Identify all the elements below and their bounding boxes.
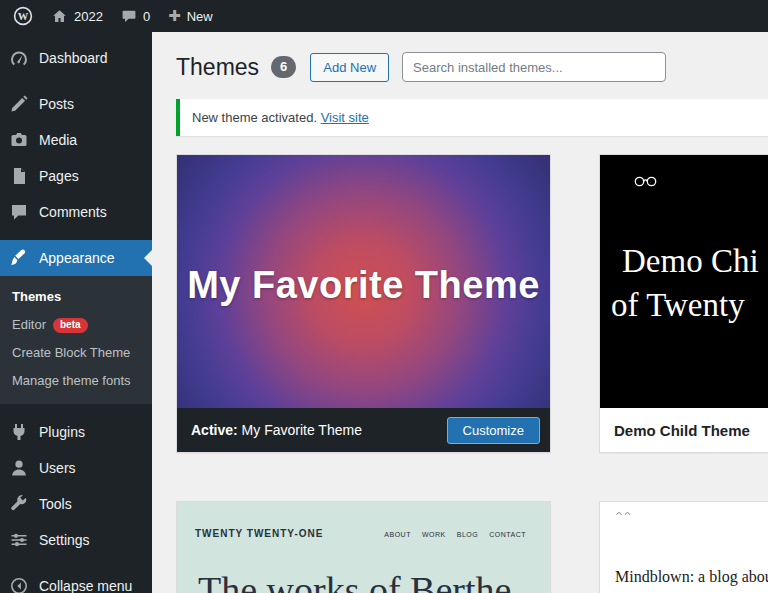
add-new-button[interactable]: Add New — [310, 53, 389, 82]
sidebar-label: Comments — [39, 203, 107, 221]
theme-screenshot-my-favorite-theme[interactable]: My Favorite Theme — [177, 155, 550, 408]
svg-text:W: W — [18, 11, 29, 22]
menu-separator — [0, 558, 152, 568]
sidebar-item-appearance[interactable]: Appearance — [0, 240, 152, 276]
sidebar-label: Media — [39, 131, 77, 149]
admin-sidebar: Dashboard Posts Media Pages Comments — [0, 32, 152, 593]
activation-notice: New theme activated. Visit site — [176, 99, 768, 136]
pages-icon — [9, 166, 29, 186]
wordpress-logo-icon[interactable]: W — [4, 0, 42, 32]
theme-preview-text: of Twenty — [611, 287, 745, 324]
sidebar-label: Users — [39, 459, 76, 477]
tools-icon — [9, 494, 29, 514]
preview-heading: Mindblown: a blog about ph — [615, 568, 768, 586]
admin-bar-comments[interactable]: 0 — [112, 0, 159, 32]
comments-bubble-icon — [121, 8, 137, 24]
admin-bar-new-label: New — [187, 9, 213, 24]
theme-card-demo-child-theme: Demo Chi of Twenty Demo Child Theme — [599, 154, 768, 453]
active-theme-name: Active: My Favorite Theme — [191, 422, 362, 438]
submenu-item-themes[interactable]: Themes — [0, 283, 152, 311]
sidebar-item-tools[interactable]: Tools — [0, 486, 152, 522]
appearance-submenu: Themes Editor beta Create Block Theme Ma… — [0, 276, 152, 404]
admin-bar: W 2022 0 ✚ New — [0, 0, 768, 32]
menu-separator — [0, 404, 152, 414]
theme-card-twenty-twenty-two: Mindblown: a blog about ph — [599, 501, 768, 593]
submenu-label: Themes — [12, 289, 61, 305]
admin-bar-comments-count: 0 — [143, 9, 150, 24]
theme-card-twenty-twenty-one: TWENTY TWENTY-ONE ABOUT WORK BLOG CONTAC… — [176, 501, 551, 593]
theme-preview-text: Demo Chi — [622, 243, 759, 280]
theme-preview-title: My Favorite Theme — [187, 256, 540, 307]
preview-nav-link: BLOG — [457, 531, 478, 538]
admin-bar-site-name: 2022 — [74, 9, 103, 24]
admin-bar-site-link[interactable]: 2022 — [42, 0, 112, 32]
active-label: Active: — [191, 422, 238, 438]
submenu-label: Manage theme fonts — [12, 373, 131, 389]
sidebar-item-dashboard[interactable]: Dashboard — [0, 40, 152, 76]
theme-name: My Favorite Theme — [242, 422, 362, 438]
preview-nav-link: WORK — [422, 531, 446, 538]
theme-grid: My Favorite Theme Active: My Favorite Th… — [176, 154, 768, 593]
posts-icon — [9, 94, 29, 114]
sidebar-item-plugins[interactable]: Plugins — [0, 414, 152, 450]
submenu-item-manage-theme-fonts[interactable]: Manage theme fonts — [0, 367, 152, 395]
beta-badge: beta — [53, 318, 88, 333]
sidebar-label: Posts — [39, 95, 74, 113]
submenu-item-editor[interactable]: Editor beta — [0, 311, 152, 339]
appearance-icon — [9, 248, 29, 268]
menu-separator — [0, 76, 152, 86]
submenu-label: Editor — [12, 317, 46, 333]
home-icon — [51, 8, 68, 25]
preview-heading: The works of Berthe — [198, 568, 511, 593]
sidebar-label: Settings — [39, 531, 90, 549]
customize-button[interactable]: Customize — [447, 417, 540, 444]
theme-name: Demo Child Theme — [614, 422, 750, 439]
sidebar-label: Tools — [39, 495, 72, 513]
visit-site-link[interactable]: Visit site — [321, 110, 369, 125]
preview-nav-link: ABOUT — [384, 531, 411, 538]
users-icon — [9, 458, 29, 478]
sidebar-item-settings[interactable]: Settings — [0, 522, 152, 558]
sidebar-label: Plugins — [39, 423, 85, 441]
sidebar-label: Pages — [39, 167, 79, 185]
preview-site-title: TWENTY TWENTY-ONE — [195, 528, 323, 539]
dashboard-icon — [9, 48, 29, 68]
theme-screenshot-demo-child-theme[interactable]: Demo Chi of Twenty — [600, 155, 768, 408]
page-title: Themes — [176, 53, 259, 82]
sidebar-label: Dashboard — [39, 49, 108, 67]
sidebar-item-collapse-menu[interactable]: Collapse menu — [0, 568, 152, 593]
main-content: Themes 6 Add New New theme activated. Vi… — [152, 32, 768, 593]
preview-site-header: TWENTY TWENTY-ONE ABOUT WORK BLOG CONTAC… — [177, 502, 550, 539]
glasses-icon — [634, 175, 657, 188]
preview-nav-link: CONTACT — [489, 531, 526, 538]
theme-screenshot-twenty-twenty-one[interactable]: TWENTY TWENTY-ONE ABOUT WORK BLOG CONTAC… — [177, 502, 550, 593]
active-theme-footer: Active: My Favorite Theme Customize — [177, 408, 550, 452]
theme-screenshot-twenty-twenty-two[interactable]: Mindblown: a blog about ph — [600, 502, 768, 593]
sidebar-label: Appearance — [39, 249, 115, 267]
submenu-item-create-block-theme[interactable]: Create Block Theme — [0, 339, 152, 367]
plugins-icon — [9, 422, 29, 442]
theme-card-my-favorite-theme: My Favorite Theme Active: My Favorite Th… — [176, 154, 551, 453]
submenu-label: Create Block Theme — [12, 345, 130, 361]
plus-icon: ✚ — [168, 8, 181, 23]
page-header: Themes 6 Add New — [176, 52, 768, 82]
sidebar-item-pages[interactable]: Pages — [0, 158, 152, 194]
sidebar-label: Collapse menu — [39, 577, 132, 593]
media-icon — [9, 130, 29, 150]
preview-nav: ABOUT WORK BLOG CONTACT — [384, 531, 526, 538]
settings-icon — [9, 530, 29, 550]
comments-icon — [9, 202, 29, 222]
menu-separator — [0, 230, 152, 240]
search-input[interactable] — [402, 52, 666, 82]
theme-name-footer: Demo Child Theme — [600, 408, 768, 452]
sidebar-item-posts[interactable]: Posts — [0, 86, 152, 122]
collapse-icon — [9, 576, 29, 593]
sidebar-item-media[interactable]: Media — [0, 122, 152, 158]
notice-text: New theme activated. — [192, 110, 317, 125]
decorative-mark-icon — [615, 508, 633, 517]
admin-bar-new[interactable]: ✚ New — [159, 0, 222, 32]
sidebar-item-users[interactable]: Users — [0, 450, 152, 486]
theme-count-badge: 6 — [271, 56, 296, 78]
sidebar-item-comments[interactable]: Comments — [0, 194, 152, 230]
